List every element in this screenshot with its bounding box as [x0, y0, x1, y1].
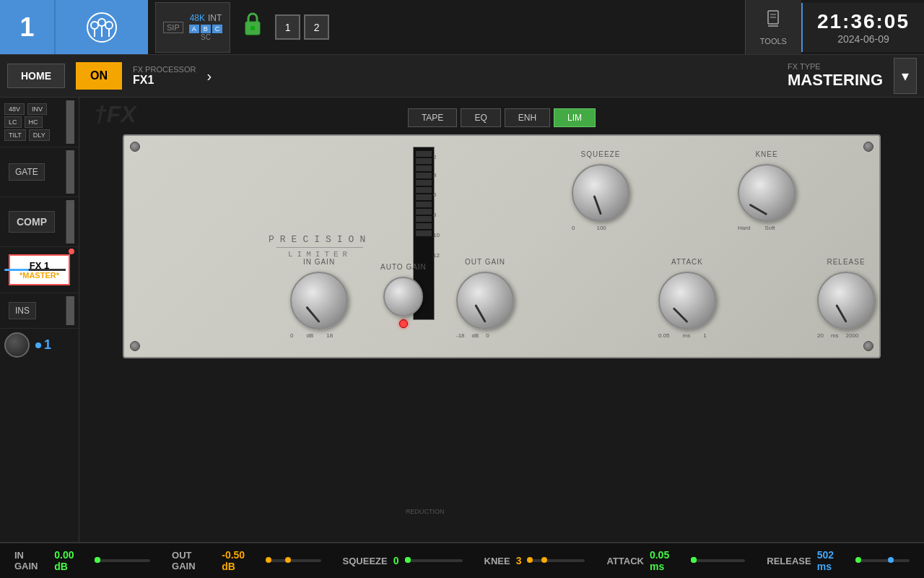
in-gain-slider[interactable] — [95, 559, 150, 562]
meter-tick-10: 10 — [433, 232, 440, 238]
out-gain-param-value: -0.50 dB — [222, 549, 259, 572]
param-squeeze: SQUEEZE 0 — [343, 555, 463, 566]
top-bar: 1 SIP 48K INT A B C — [0, 0, 924, 54]
filter-hc[interactable]: HC — [25, 116, 43, 128]
fx-type-label: FX TYPE — [788, 62, 821, 71]
ch-button-2[interactable]: 2 — [304, 14, 329, 40]
knee-param-name: KNEE — [484, 556, 510, 566]
screw-tr — [863, 142, 873, 152]
blue-number: 1 — [44, 337, 51, 353]
time-section: 21:36:05 2024-06-09 — [801, 3, 924, 52]
fx-type-value: MASTERING — [788, 71, 883, 90]
filter-row-1: 48V INV LC HC TILT DLY — [0, 98, 79, 147]
out-gain-knob[interactable] — [456, 272, 514, 329]
meter-tick-2: 2 — [433, 154, 436, 160]
date-display: 2024-06-09 — [817, 33, 910, 45]
meter-tick-4: 4 — [433, 172, 436, 178]
sample-rate: 48K — [190, 13, 205, 23]
channel-number: 1 — [0, 0, 54, 54]
fx-processor-arrow[interactable]: › — [206, 68, 212, 85]
out-gain-param-name: OUT GAIN — [172, 550, 216, 571]
fx-processor-name: FX1 — [133, 74, 196, 87]
svg-rect-8 — [250, 26, 255, 30]
meter-tick-6: 6 — [433, 191, 436, 198]
blue-indicator — [35, 342, 41, 348]
main-layout: 48V INV LC HC TILT DLY GATE COMP FX 1 *M… — [0, 98, 924, 542]
auto-gain-group: AUTO GAIN — [380, 263, 427, 328]
sidebar-knob[interactable] — [4, 332, 30, 358]
filter-inv[interactable]: INV — [27, 103, 47, 115]
tab-enh[interactable]: ENH — [505, 108, 550, 127]
release-group: RELEASE 20 ms 2000 — [817, 258, 875, 339]
fx-type-dropdown[interactable]: ▾ — [894, 58, 917, 94]
attack-group: ATTACK 0.05 ms 1 — [658, 258, 716, 339]
int-label: INT — [208, 13, 222, 23]
ch-button-1[interactable]: 1 — [275, 14, 300, 40]
squeeze-range: 0 100 — [572, 225, 629, 231]
knee-slider[interactable] — [527, 559, 585, 562]
filter-tilt[interactable]: TILT — [4, 129, 26, 141]
limiter-panel: PRECISION LIMITER — [123, 134, 881, 358]
knee-group: KNEE Hard Soft — [738, 150, 796, 231]
filter-lc[interactable]: LC — [4, 116, 22, 128]
attack-label: ATTACK — [658, 258, 716, 266]
param-release: RELEASE 502 ms — [767, 549, 910, 572]
abc-c: C — [212, 25, 223, 33]
param-out-gain: OUT GAIN -0.50 dB — [172, 549, 321, 572]
abc-a: A — [189, 25, 199, 33]
tools-section[interactable]: TOOLS — [745, 0, 801, 54]
meter-area: 2 4 6 8 10 12 REDUCTION — [406, 147, 442, 515]
lock-icon[interactable] — [241, 10, 264, 44]
attack-knob[interactable] — [658, 272, 716, 329]
screw-bl — [130, 341, 140, 351]
reduction-label: REDUCTION — [406, 508, 442, 515]
screw-br — [863, 341, 873, 351]
tab-lim[interactable]: LIM — [554, 108, 596, 127]
param-in-gain: IN GAIN 0.00 dB — [14, 549, 150, 572]
fx1-sublabel: *MASTER* — [17, 271, 61, 280]
squeeze-slider[interactable] — [405, 559, 463, 562]
knob-area: 1 — [0, 329, 79, 361]
home-button[interactable]: HOME — [7, 64, 65, 88]
attack-range: 0.05 ms 1 — [658, 332, 716, 339]
in-gain-knob[interactable] — [290, 272, 348, 329]
fx-processor-label: FX PROCESSOR — [133, 65, 196, 74]
knee-knob[interactable] — [738, 164, 796, 222]
param-knee: KNEE 3 — [484, 555, 585, 566]
knee-label: KNEE — [738, 150, 796, 158]
tab-eq[interactable]: EQ — [461, 108, 500, 127]
ins-button[interactable]: INS — [9, 302, 36, 319]
param-attack: ATTACK 0.05 ms — [606, 549, 745, 572]
filter-dly[interactable]: DLY — [29, 129, 50, 141]
filter-48v[interactable]: 48V — [4, 103, 25, 115]
time-display: 21:36:05 — [817, 10, 910, 33]
gate-button[interactable]: GATE — [9, 163, 45, 181]
tab-tape[interactable]: TAPE — [408, 108, 457, 127]
tools-icon — [762, 9, 784, 35]
release-label: RELEASE — [817, 258, 875, 266]
abc-b: B — [201, 25, 211, 33]
on-button[interactable]: ON — [76, 62, 122, 90]
release-slider[interactable] — [855, 559, 910, 562]
release-range: 20 ms 2000 — [817, 332, 875, 339]
squeeze-knob[interactable] — [572, 164, 629, 222]
out-gain-slider[interactable] — [266, 559, 321, 562]
attack-param-value: 0.05 ms — [650, 549, 685, 572]
auto-gain-indicator — [399, 319, 408, 328]
attack-slider[interactable] — [691, 559, 746, 562]
comp-button[interactable]: COMP — [9, 211, 55, 233]
sip-label: SIP — [163, 22, 183, 33]
in-gain-range: 0 dB 18 — [290, 332, 348, 339]
tools-label: TOOLS — [760, 37, 787, 46]
auto-gain-knob[interactable] — [383, 277, 423, 316]
out-gain-group: OUT GAIN -18 dB 0 — [456, 258, 514, 339]
channel-buttons: 1 2 — [275, 14, 329, 40]
release-param-value: 502 ms — [817, 549, 850, 572]
fx-type-section: FX TYPE MASTERING — [788, 62, 883, 90]
title-line1: PRECISION — [269, 234, 371, 245]
plugin-tabs: TAPE EQ ENH LIM — [408, 108, 596, 127]
meter-tick-12: 12 — [433, 252, 440, 259]
release-knob[interactable] — [817, 272, 875, 329]
squeeze-label: SQUEEZE — [572, 150, 629, 158]
channel-icon — [54, 0, 148, 54]
